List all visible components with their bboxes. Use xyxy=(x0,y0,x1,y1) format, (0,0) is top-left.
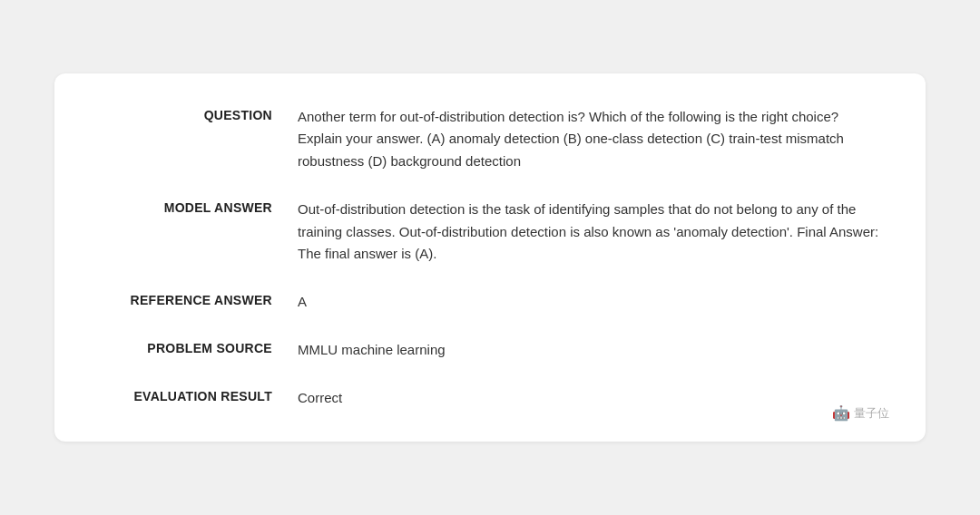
evaluation-result-label: EVALUATION RESULT xyxy=(98,387,298,403)
model-answer-value: Out-of-distribution detection is the tas… xyxy=(298,199,882,266)
model-answer-label: MODEL ANSWER xyxy=(98,199,298,215)
reference-answer-row: REFERENCE ANSWER A xyxy=(98,291,882,314)
watermark-text: 量子位 xyxy=(854,405,889,422)
question-value: Another term for out-of-distribution det… xyxy=(298,106,882,173)
question-row: QUESTION Another term for out-of-distrib… xyxy=(98,106,882,173)
model-answer-row: MODEL ANSWER Out-of-distribution detecti… xyxy=(98,199,882,266)
page-container: QUESTION Another term for out-of-distrib… xyxy=(54,73,926,442)
evaluation-result-row: EVALUATION RESULT Correct xyxy=(98,387,882,410)
problem-source-label: PROBLEM SOURCE xyxy=(98,339,298,355)
content-card: QUESTION Another term for out-of-distrib… xyxy=(54,73,926,442)
evaluation-result-value: Correct xyxy=(298,387,882,410)
watermark: 🤖 量子位 xyxy=(832,404,889,422)
problem-source-row: PROBLEM SOURCE MMLU machine learning xyxy=(98,339,882,362)
question-label: QUESTION xyxy=(98,106,298,122)
reference-answer-label: REFERENCE ANSWER xyxy=(98,291,298,307)
reference-answer-value: A xyxy=(298,291,882,314)
problem-source-value: MMLU machine learning xyxy=(298,339,882,362)
watermark-icon: 🤖 xyxy=(832,404,850,422)
